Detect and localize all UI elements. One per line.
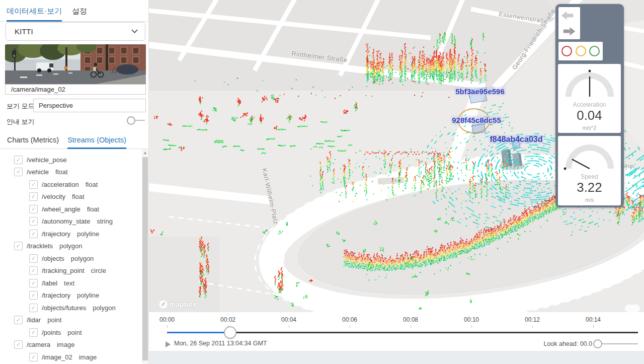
stream-row[interactable]: ✓ /image_02 image [0, 351, 142, 363]
slider-knob[interactable] [127, 116, 135, 125]
view-mode-select[interactable]: Perspective [33, 99, 146, 112]
timeline-tick-label: 00:06 [342, 316, 357, 323]
stream-checkbox[interactable]: ✓ [29, 291, 38, 300]
speed-dial [560, 139, 619, 171]
stream-type: float [86, 181, 98, 188]
stream-type: polygon [71, 255, 94, 262]
stream-checkbox[interactable]: ✓ [29, 230, 38, 238]
stream-checkbox[interactable]: ✓ [29, 353, 38, 361]
stream-type: image [57, 341, 74, 348]
play-button[interactable] [166, 341, 171, 347]
scrollbar-thumb[interactable] [142, 157, 148, 360]
timeline-tick-mark [471, 325, 472, 328]
timeline-track[interactable] [230, 332, 638, 333]
stream-row[interactable]: ✓ /vehicle_pose [0, 154, 142, 166]
stream-name: /trajectory [42, 292, 70, 299]
timeline-tick-mark [350, 325, 350, 328]
timeline-progress[interactable] [167, 332, 230, 333]
stream-checkbox[interactable]: ✓ [29, 328, 38, 337]
playback-timeline: 00:00 00:02 00:04 00:06 00:08 00:10 00:1… [149, 312, 644, 351]
stream-checkbox[interactable]: ✓ [14, 316, 23, 324]
stream-name: /wheel_angle [42, 205, 80, 213]
bottom-strip [149, 351, 644, 364]
stream-name: /lidar [27, 316, 41, 324]
stream-row[interactable]: ✓ /tracklets polygon [0, 240, 142, 253]
stream-type: circle [91, 267, 106, 274]
stream-type: float [72, 193, 85, 200]
timeline-tick-mark [532, 325, 533, 328]
stream-name: /label [42, 279, 57, 287]
stream-row[interactable]: ✓ /acceleration float [0, 178, 142, 191]
stream-row[interactable]: ✓ /autonomy_state string [0, 215, 142, 228]
stream-type: float [87, 205, 100, 213]
look-ahead-knob[interactable] [593, 339, 602, 348]
stream-type: polygon [93, 304, 116, 312]
stream-row[interactable]: ✓ /wheel_angle float [0, 203, 142, 215]
gauge-units: m/s [558, 197, 621, 203]
tab-settings[interactable]: 설정 [72, 7, 87, 21]
stream-row[interactable]: ✓ /points point [0, 326, 142, 339]
hud-panel: Acceleration 0.04 m/s^2 Speed 3.22 m/s [555, 4, 624, 207]
sidebar-scrollbar[interactable]: ▲ [142, 149, 148, 364]
timeline-tick-label: 00:10 [464, 316, 479, 323]
stream-checkbox[interactable]: ✓ [14, 340, 23, 349]
tab-dataset-view[interactable]: 데이터세트·보기 [7, 7, 62, 22]
gauge-label: Acceleration [558, 101, 621, 108]
gauge-label: Speed [558, 173, 621, 180]
stream-row[interactable]: ✓ /tracking_point circle [0, 265, 142, 277]
timeline-knob[interactable] [224, 326, 236, 339]
speed-gauge: Speed 3.22 m/s [558, 136, 621, 205]
stream-name: /velocity [42, 193, 65, 200]
timeline-tick-label: 00:08 [403, 316, 418, 323]
timeline-tick-mark [593, 325, 594, 328]
tab-charts-metrics[interactable]: Charts (Metrics) [7, 136, 59, 149]
stream-type: polyline [77, 230, 99, 238]
arrow-right-icon[interactable] [564, 27, 575, 36]
stream-checkbox[interactable]: ✓ [29, 205, 38, 213]
stream-checkbox[interactable]: ✓ [29, 217, 38, 226]
yellow-light-icon [576, 46, 586, 56]
stream-type: point [47, 316, 61, 324]
stream-checkbox[interactable]: ✓ [14, 156, 23, 164]
stream-name: /autonomy_state [42, 217, 90, 225]
look-ahead-label: Look ahead: 00.0 [476, 340, 592, 347]
stream-row[interactable]: ✓ /label text [0, 277, 142, 289]
stream-checkbox[interactable]: ✓ [29, 304, 38, 312]
camera-caption: /camera/image_02 [5, 84, 146, 95]
stream-checkbox[interactable]: ✓ [29, 180, 38, 189]
stream-type: polyline [77, 292, 99, 299]
timeline-tick-label: 00:12 [525, 316, 540, 323]
look-ahead-track[interactable] [602, 343, 638, 344]
timestamp-label: Mon, 26 Sep 2011 13:04:34 GMT [174, 340, 267, 347]
stream-name: /tracklets [27, 242, 53, 250]
guide-view-slider[interactable] [127, 116, 146, 125]
stream-name: /points [42, 329, 61, 336]
stream-checkbox[interactable]: ✓ [29, 266, 38, 275]
stream-type: point [67, 329, 82, 336]
scroll-up-icon[interactable]: ▲ [142, 149, 148, 156]
stream-row[interactable]: ✓ /objects/futures polygon [0, 302, 142, 314]
gauge-units: m/s^2 [558, 125, 621, 131]
green-light-icon [589, 46, 600, 56]
stream-type: float [55, 168, 68, 176]
arrow-left-icon[interactable] [561, 12, 573, 20]
stream-name: /camera [27, 341, 50, 348]
stream-row[interactable]: ✓ /camera image [0, 339, 142, 351]
traffic-light-widget [558, 42, 603, 60]
stream-name: /objects/futures [42, 304, 86, 312]
tab-streams-objects[interactable]: Streams (Objects) [67, 136, 126, 149]
stream-checkbox[interactable]: ✓ [29, 192, 38, 201]
stream-row[interactable]: ✓ /lidar point [0, 314, 142, 327]
stream-row[interactable]: ✓ /velocity float [0, 191, 142, 203]
stream-checkbox[interactable]: ✓ [29, 254, 38, 263]
object-id-label: 5bf3ae95e596 [454, 87, 506, 96]
stream-checkbox[interactable]: ✓ [14, 242, 23, 250]
stream-row[interactable]: ✓ /objects polygon [0, 252, 142, 265]
stream-checkbox[interactable]: ✓ [14, 168, 23, 176]
dataset-select[interactable]: KITTI [6, 22, 145, 41]
object-id-label: 928f45c8dc55 [451, 116, 502, 124]
stream-row[interactable]: ✓ /trajectory polyline [0, 289, 142, 302]
stream-row[interactable]: ✓ /trajectory polyline [0, 228, 142, 240]
stream-row[interactable]: ✓ /vehicle float [0, 166, 142, 179]
stream-checkbox[interactable]: ✓ [29, 279, 38, 287]
